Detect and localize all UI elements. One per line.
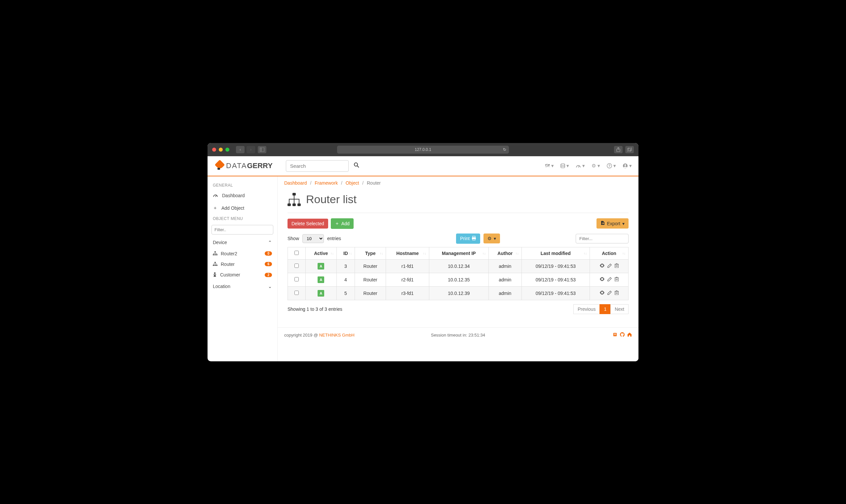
export-button[interactable]: Export ▾ [597, 218, 629, 229]
cell-modified: 09/12/19 - 09:41:53 [522, 273, 589, 286]
settings-menu[interactable]: ⚙ ▾ [592, 163, 600, 169]
col-author[interactable]: Author↑↓ [489, 247, 522, 259]
tabs-button[interactable] [625, 146, 634, 153]
col-checkbox [288, 247, 306, 259]
cell-author: admin [489, 273, 522, 286]
search-button[interactable] [354, 162, 359, 169]
delete-icon[interactable] [615, 277, 619, 282]
col-id[interactable]: ID↑↓ [336, 247, 355, 259]
table-footer: Showing 1 to 3 of 3 entries Previous 1 N… [287, 304, 629, 314]
user-menu[interactable]: ▾ [622, 163, 632, 169]
view-icon[interactable] [599, 263, 605, 269]
view-icon[interactable] [599, 290, 605, 296]
col-type[interactable]: Type↑↓ [355, 247, 386, 259]
help-menu[interactable]: ? ▾ [607, 163, 616, 169]
breadcrumb-framework[interactable]: Framework [315, 180, 338, 186]
cell-mgmt: 10.0.12.39 [429, 286, 489, 300]
footer-session: Session timeout in: 23:51:34 [431, 332, 485, 338]
svg-rect-26 [214, 265, 216, 266]
person-icon [213, 272, 217, 278]
sidebar-dashboard-label: Dashboard [222, 193, 245, 198]
minimize-window-button[interactable] [219, 148, 223, 151]
cell-id: 3 [336, 259, 355, 273]
sidebar-cat-device[interactable]: Device ⌃ [208, 236, 277, 248]
breadcrumb-object[interactable]: Object [346, 180, 359, 186]
sort-icon: ↑↓ [515, 251, 519, 255]
share-button[interactable] [614, 146, 622, 153]
row-checkbox[interactable] [295, 277, 299, 282]
plus-icon: ＋ [335, 221, 339, 227]
cell-type: Router [355, 273, 386, 286]
back-button[interactable]: ‹ [236, 146, 245, 153]
print-button[interactable]: Print [456, 234, 480, 244]
traffic-lights [212, 148, 229, 151]
caret-down-icon: ▾ [494, 236, 496, 241]
next-page-button[interactable]: Next [610, 304, 629, 314]
app-header: DATA GERRY 🗺 ▾ ▾ ▾ ⚙ ▾ ? ▾ ▾ [208, 156, 638, 176]
col-hostname[interactable]: Hostname↑↓ [386, 247, 429, 259]
dashboard-menu[interactable]: ▾ [576, 163, 585, 169]
edit-icon[interactable] [607, 263, 612, 269]
table-settings-button[interactable]: ⚙ ▾ [483, 234, 500, 244]
delete-selected-button[interactable]: Delete Selected [287, 219, 328, 229]
forward-button[interactable]: › [247, 146, 255, 153]
edit-icon[interactable] [607, 290, 612, 296]
maximize-window-button[interactable] [225, 148, 229, 151]
sidebar-item-add-object[interactable]: ＋ Add Object [208, 202, 277, 214]
search-container [286, 160, 349, 172]
row-checkbox[interactable] [295, 264, 299, 268]
database-menu[interactable]: ▾ [561, 163, 569, 169]
sidebar-item-dashboard[interactable]: Dashboard [208, 190, 277, 202]
cell-author: admin [489, 259, 522, 273]
book-icon[interactable] [613, 332, 617, 338]
cell-hostname: r3-fd1 [386, 286, 429, 300]
delete-icon[interactable] [615, 263, 619, 269]
sort-icon: ↑↓ [380, 251, 383, 255]
sort-icon: ↑↓ [622, 251, 625, 255]
cell-mgmt: 10.0.12.34 [429, 259, 489, 273]
col-mgmt[interactable]: Management IP↑↓ [429, 247, 489, 259]
sidebar-filter-input[interactable] [211, 225, 273, 234]
view-icon[interactable] [599, 277, 605, 282]
titlebar-right [614, 146, 634, 153]
action-bar: Delete Selected ＋ Add Export ▾ [287, 218, 629, 229]
add-button[interactable]: ＋ Add [331, 218, 354, 229]
delete-icon[interactable] [615, 290, 619, 296]
reload-icon[interactable]: ↻ [503, 147, 506, 152]
sidebar-router-badge: 6 [265, 262, 272, 266]
footer: copyright 2019 @ NETHINKS GmbH Session t… [278, 327, 638, 342]
footer-copyright: copyright 2019 @ NETHINKS GmbH [284, 332, 355, 338]
search-input[interactable] [286, 160, 349, 172]
page-size-select[interactable]: 10 [302, 234, 324, 243]
sitemap-icon [213, 262, 217, 267]
page-1-button[interactable]: 1 [599, 304, 611, 314]
cell-modified: 09/12/19 - 09:41:53 [522, 286, 589, 300]
sidebar-cat-location[interactable]: Location ⌄ [208, 281, 277, 292]
show-label: Show [287, 236, 299, 241]
sidebar-item-router2[interactable]: Router2 0 [208, 248, 277, 259]
sort-icon: ↑↓ [423, 251, 426, 255]
footer-company-link[interactable]: NETHINKS GmbH [319, 332, 355, 338]
cell-hostname: r1-fd1 [386, 259, 429, 273]
table-filter-input[interactable] [576, 234, 629, 244]
sitemap-icon [213, 251, 217, 256]
sidebar-item-customer[interactable]: Customer 2 [208, 270, 277, 281]
logo[interactable]: DATA GERRY [214, 161, 272, 171]
edit-icon[interactable] [607, 277, 612, 282]
close-window-button[interactable] [212, 148, 216, 151]
github-icon[interactable] [620, 332, 624, 338]
col-action[interactable]: Action↑↓ [590, 247, 629, 259]
breadcrumb-dashboard[interactable]: Dashboard [284, 180, 307, 186]
url-bar[interactable]: 127.0.0.1 ↻ [337, 146, 509, 154]
prev-page-button[interactable]: Previous [574, 304, 600, 314]
row-checkbox[interactable] [295, 291, 299, 295]
browser-window: ‹ › 127.0.0.1 ↻ DATA GERRY [208, 143, 638, 361]
sidebar-toggle-button[interactable] [258, 146, 266, 153]
col-active[interactable]: Active↑↓ [305, 247, 336, 259]
map-menu[interactable]: 🗺 ▾ [545, 163, 554, 169]
col-modified[interactable]: Last modified↑↓ [522, 247, 589, 259]
home-icon[interactable] [627, 332, 632, 338]
sidebar-item-router[interactable]: Router 6 [208, 259, 277, 270]
pagination: Previous 1 Next [574, 304, 629, 314]
select-all-checkbox[interactable] [295, 251, 299, 255]
